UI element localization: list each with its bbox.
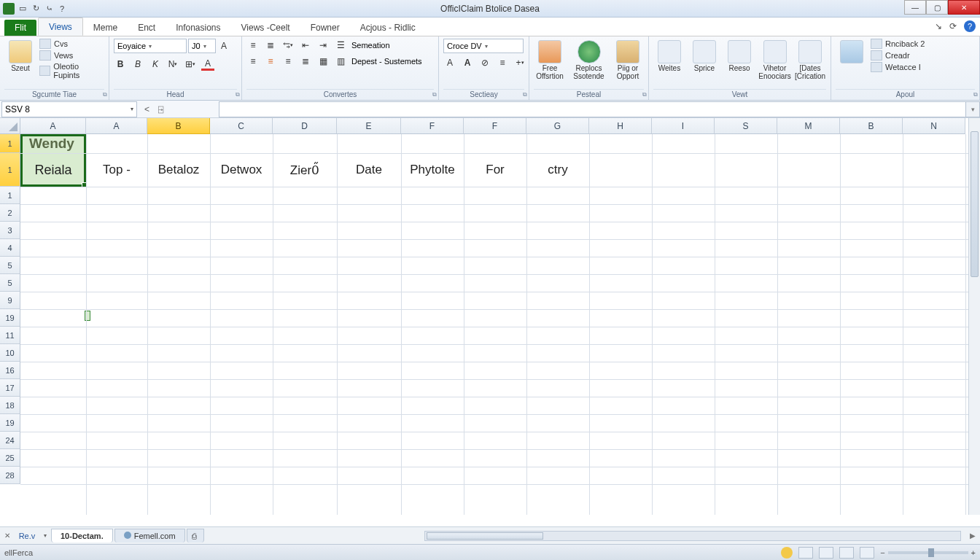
col-header[interactable]: C (210, 118, 273, 134)
cell[interactable]: Betaloz (147, 153, 210, 187)
align-right-icon[interactable]: ≡ (281, 55, 295, 68)
qat-undo-icon[interactable]: ⤿ (44, 4, 54, 14)
col-header[interactable]: N (903, 118, 965, 134)
italic-button[interactable]: B (131, 58, 144, 71)
weites-button[interactable]: Weites (653, 39, 685, 74)
maximize-button[interactable]: ▢ (926, 0, 948, 15)
grow-font-icon[interactable]: A (217, 39, 230, 52)
minimize-button[interactable]: — (904, 0, 926, 15)
horizontal-scrollbar[interactable] (424, 531, 961, 541)
row-header[interactable]: 10 (0, 344, 20, 362)
reeso-button[interactable]: Reeso (723, 39, 755, 74)
font-combo[interactable]: Eoyaice▾ (114, 39, 187, 53)
apoul-big-button[interactable] (836, 39, 868, 65)
merge-icon[interactable]: ▦ (316, 55, 330, 68)
tab-views-ceelt[interactable]: Views -Ceelt (231, 19, 300, 36)
cell[interactable]: Date (337, 153, 401, 187)
col-header[interactable]: F (464, 118, 526, 134)
cancel-formula-icon[interactable]: < (144, 104, 149, 114)
fill-color-button[interactable]: A (201, 58, 214, 71)
strike-button[interactable]: N▾ (166, 58, 179, 71)
vertical-scrollbar[interactable] (968, 118, 980, 515)
row-header[interactable]: 4 (0, 239, 20, 257)
tab-acjous[interactable]: Acjous - Ridlic (350, 19, 426, 36)
cell-a2[interactable]: Reiala (20, 153, 86, 187)
cell[interactable]: ctry (526, 153, 589, 187)
row-header[interactable]: 16 (0, 362, 20, 379)
row-header[interactable]: 18 (0, 397, 20, 414)
row-header[interactable]: 17 (0, 379, 20, 397)
cell[interactable]: Zier0̋ (273, 153, 337, 187)
zoom-out-icon[interactable]: − (880, 548, 884, 557)
row-header[interactable]: 1 (0, 134, 20, 153)
group-launcher-icon[interactable]: ⧉ (103, 91, 107, 98)
col-header[interactable]: A (86, 118, 147, 134)
col-header[interactable]: G (526, 118, 589, 134)
sheet-prefix[interactable]: Re.v (19, 532, 36, 540)
group-launcher-icon[interactable]: ⧉ (432, 91, 437, 98)
wrap-icon[interactable]: ☰ (334, 39, 347, 52)
inc-dec-icon[interactable]: ≡ (496, 56, 509, 69)
underline-button[interactable]: K (149, 58, 162, 71)
sheet-nav-dd-icon[interactable]: ▾ (44, 532, 47, 539)
tab-infonasions[interactable]: Infonasions (166, 19, 230, 36)
vews-button[interactable]: Vews (39, 50, 104, 61)
oleotio-button[interactable]: Oleotio Fupints (39, 62, 104, 79)
sheet-tab-new[interactable]: ⎙ (187, 529, 204, 542)
dates-button[interactable]: [Dates [Crication (794, 39, 826, 82)
border-button[interactable]: ⊞▾ (184, 58, 197, 71)
formula-input[interactable] (219, 101, 965, 117)
cell[interactable]: Phytolte (401, 153, 464, 187)
name-box[interactable]: SSV 8▾ (1, 101, 137, 117)
view-break-icon[interactable] (839, 547, 854, 559)
ribbon-options-icon[interactable]: ⟳ (949, 21, 957, 31)
col-header[interactable]: F (401, 118, 464, 134)
cell[interactable]: Detwox (210, 153, 273, 187)
row-headers[interactable]: 11123455919111016171819242528 (0, 134, 20, 526)
row-header[interactable]: 28 (0, 467, 20, 484)
font-size-combo[interactable]: J0▾ (188, 39, 216, 53)
group-launcher-icon[interactable]: ⧉ (973, 91, 978, 98)
close-button[interactable]: ✕ (948, 0, 980, 15)
cell-a1[interactable]: Wendy (25, 134, 79, 153)
align-mid-icon[interactable]: ≣ (264, 39, 277, 52)
cvs-button[interactable]: Cvs (39, 39, 104, 49)
qat-help-icon[interactable]: ? (57, 4, 67, 14)
col-header[interactable]: A (20, 118, 86, 134)
comma-icon[interactable]: ⊘ (478, 56, 491, 69)
scroll-right-icon[interactable]: ▶ (965, 532, 980, 540)
col-header[interactable]: S (715, 118, 777, 134)
orientation-icon[interactable]: ⥃▾ (281, 39, 295, 52)
free-offsrtion-button[interactable]: Free Offsrtion (534, 39, 566, 82)
bold-button[interactable]: B (114, 58, 127, 71)
number-format-combo[interactable]: Croce DV▾ (443, 39, 524, 53)
row-header[interactable]: 11 (0, 327, 20, 344)
ribbon-collapse-icon[interactable]: ↘ (935, 21, 942, 31)
col-header[interactable]: M (777, 118, 840, 134)
vihetor-button[interactable]: Vihetor Enoociars (758, 39, 791, 82)
paste-button[interactable]: Szeut (4, 39, 36, 74)
tab-enct[interactable]: Enct (128, 19, 166, 36)
row-header[interactable]: 19 (0, 414, 20, 432)
wetacce-button[interactable]: Wetacce I (871, 62, 925, 72)
qat-new-icon[interactable]: ▭ (18, 4, 28, 14)
tab-file[interactable]: Flit (4, 20, 36, 36)
col-header[interactable]: I (652, 118, 715, 134)
row-header[interactable]: 1 (0, 153, 20, 187)
row-header[interactable]: 9 (0, 292, 20, 309)
currency-icon[interactable]: A (443, 56, 456, 69)
row-header[interactable]: 19 (0, 309, 20, 327)
cell[interactable]: Top - (86, 153, 147, 187)
qat-save-icon[interactable]: ↻ (31, 4, 41, 14)
sheet-tab-2[interactable]: Femell.com (114, 529, 185, 542)
creadr-button[interactable]: Creadr (871, 50, 925, 61)
row-header[interactable]: 24 (0, 432, 20, 449)
col-header[interactable]: D (273, 118, 337, 134)
justify-icon[interactable]: ≣ (299, 55, 312, 68)
group-launcher-icon[interactable]: ⧉ (236, 91, 240, 98)
piig-button[interactable]: Piig or Opport (612, 39, 644, 82)
rnciback-button[interactable]: Rnciback 2 (871, 39, 925, 49)
row-header[interactable]: 1 (0, 187, 20, 204)
sprice-button[interactable]: Sprice (688, 39, 720, 74)
col-header[interactable]: H (589, 118, 652, 134)
